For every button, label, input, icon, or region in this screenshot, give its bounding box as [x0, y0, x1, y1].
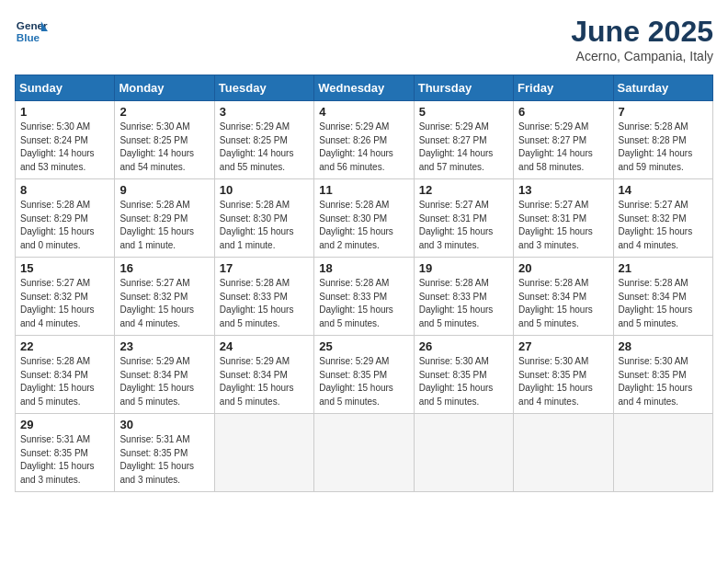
day-number: 15: [20, 261, 109, 275]
day-number: 23: [119, 339, 209, 353]
calendar-day-cell: 22Sunrise: 5:28 AMSunset: 8:34 PMDayligh…: [16, 336, 115, 414]
calendar-day-cell: 3Sunrise: 5:29 AMSunset: 8:25 PMDaylight…: [214, 101, 313, 179]
calendar-day-cell: 12Sunrise: 5:27 AMSunset: 8:31 PMDayligh…: [414, 179, 513, 258]
calendar-day-cell: [214, 414, 313, 492]
day-number: 29: [20, 418, 109, 431]
day-info: Sunrise: 5:28 AMSunset: 8:34 PMDaylight:…: [619, 277, 708, 330]
day-info: Sunrise: 5:28 AMSunset: 8:28 PMDaylight:…: [619, 121, 708, 174]
day-number: 27: [518, 339, 608, 353]
day-info: Sunrise: 5:28 AMSunset: 8:30 PMDaylight:…: [319, 199, 408, 252]
day-number: 22: [20, 339, 109, 353]
day-info: Sunrise: 5:30 AMSunset: 8:35 PMDaylight:…: [518, 355, 608, 408]
day-number: 2: [119, 105, 209, 119]
day-info: Sunrise: 5:27 AMSunset: 8:32 PMDaylight:…: [20, 277, 109, 330]
month-title: June 2025: [571, 15, 713, 49]
day-info: Sunrise: 5:28 AMSunset: 8:30 PMDaylight:…: [220, 199, 309, 252]
col-header-friday: Friday: [514, 75, 613, 101]
calendar-day-cell: 30Sunrise: 5:31 AMSunset: 8:35 PMDayligh…: [115, 414, 214, 492]
day-number: 1: [20, 105, 109, 119]
calendar-day-cell: [414, 414, 513, 492]
day-number: 18: [319, 261, 408, 275]
calendar-day-cell: 20Sunrise: 5:28 AMSunset: 8:34 PMDayligh…: [514, 258, 613, 336]
day-info: Sunrise: 5:27 AMSunset: 8:31 PMDaylight:…: [518, 199, 608, 252]
day-info: Sunrise: 5:28 AMSunset: 8:29 PMDaylight:…: [20, 199, 109, 252]
day-number: 12: [419, 183, 508, 197]
calendar-day-cell: 8Sunrise: 5:28 AMSunset: 8:29 PMDaylight…: [16, 179, 115, 258]
calendar-header-row: SundayMondayTuesdayWednesdayThursdayFrid…: [16, 75, 713, 101]
day-number: 25: [319, 339, 408, 353]
day-info: Sunrise: 5:30 AMSunset: 8:24 PMDaylight:…: [20, 121, 109, 174]
calendar-day-cell: 1Sunrise: 5:30 AMSunset: 8:24 PMDaylight…: [16, 101, 115, 179]
day-number: 3: [220, 105, 309, 119]
calendar-week-row: 8Sunrise: 5:28 AMSunset: 8:29 PMDaylight…: [16, 179, 713, 258]
calendar-week-row: 15Sunrise: 5:27 AMSunset: 8:32 PMDayligh…: [16, 258, 713, 336]
col-header-tuesday: Tuesday: [214, 75, 313, 101]
day-info: Sunrise: 5:28 AMSunset: 8:33 PMDaylight:…: [220, 277, 309, 330]
day-info: Sunrise: 5:30 AMSunset: 8:25 PMDaylight:…: [119, 121, 209, 174]
calendar-day-cell: 6Sunrise: 5:29 AMSunset: 8:27 PMDaylight…: [514, 101, 613, 179]
day-number: 28: [619, 339, 708, 353]
day-number: 5: [419, 105, 508, 119]
calendar-day-cell: 11Sunrise: 5:28 AMSunset: 8:30 PMDayligh…: [314, 179, 414, 258]
day-info: Sunrise: 5:29 AMSunset: 8:34 PMDaylight:…: [220, 355, 309, 408]
calendar-day-cell: 17Sunrise: 5:28 AMSunset: 8:33 PMDayligh…: [214, 258, 313, 336]
svg-text:Blue: Blue: [17, 31, 40, 43]
col-header-sunday: Sunday: [16, 75, 115, 101]
day-info: Sunrise: 5:28 AMSunset: 8:33 PMDaylight:…: [419, 277, 508, 330]
calendar-day-cell: 9Sunrise: 5:28 AMSunset: 8:29 PMDaylight…: [115, 179, 214, 258]
calendar-week-row: 22Sunrise: 5:28 AMSunset: 8:34 PMDayligh…: [16, 336, 713, 414]
location: Acerno, Campania, Italy: [571, 49, 713, 63]
day-info: Sunrise: 5:29 AMSunset: 8:27 PMDaylight:…: [419, 121, 508, 174]
calendar-day-cell: 16Sunrise: 5:27 AMSunset: 8:32 PMDayligh…: [115, 258, 214, 336]
day-info: Sunrise: 5:28 AMSunset: 8:34 PMDaylight:…: [518, 277, 608, 330]
day-info: Sunrise: 5:27 AMSunset: 8:32 PMDaylight:…: [619, 199, 708, 252]
calendar-day-cell: 18Sunrise: 5:28 AMSunset: 8:33 PMDayligh…: [314, 258, 414, 336]
day-info: Sunrise: 5:27 AMSunset: 8:31 PMDaylight:…: [419, 199, 508, 252]
day-info: Sunrise: 5:28 AMSunset: 8:34 PMDaylight:…: [20, 355, 109, 408]
calendar-day-cell: 28Sunrise: 5:30 AMSunset: 8:35 PMDayligh…: [613, 336, 712, 414]
day-info: Sunrise: 5:29 AMSunset: 8:34 PMDaylight:…: [119, 355, 209, 408]
calendar-day-cell: 14Sunrise: 5:27 AMSunset: 8:32 PMDayligh…: [613, 179, 712, 258]
calendar-week-row: 1Sunrise: 5:30 AMSunset: 8:24 PMDaylight…: [16, 101, 713, 179]
calendar-day-cell: 24Sunrise: 5:29 AMSunset: 8:34 PMDayligh…: [214, 336, 313, 414]
col-header-thursday: Thursday: [414, 75, 513, 101]
day-info: Sunrise: 5:29 AMSunset: 8:26 PMDaylight:…: [319, 121, 408, 174]
day-number: 7: [619, 105, 708, 119]
calendar-day-cell: 13Sunrise: 5:27 AMSunset: 8:31 PMDayligh…: [514, 179, 613, 258]
calendar-day-cell: 5Sunrise: 5:29 AMSunset: 8:27 PMDaylight…: [414, 101, 513, 179]
calendar-table: SundayMondayTuesdayWednesdayThursdayFrid…: [15, 75, 713, 492]
col-header-monday: Monday: [115, 75, 214, 101]
calendar-day-cell: 26Sunrise: 5:30 AMSunset: 8:35 PMDayligh…: [414, 336, 513, 414]
calendar-week-row: 29Sunrise: 5:31 AMSunset: 8:35 PMDayligh…: [16, 414, 713, 492]
day-info: Sunrise: 5:30 AMSunset: 8:35 PMDaylight:…: [619, 355, 708, 408]
calendar-day-cell: 27Sunrise: 5:30 AMSunset: 8:35 PMDayligh…: [514, 336, 613, 414]
day-info: Sunrise: 5:28 AMSunset: 8:29 PMDaylight:…: [119, 199, 209, 252]
day-info: Sunrise: 5:28 AMSunset: 8:33 PMDaylight:…: [319, 277, 408, 330]
day-number: 8: [20, 183, 109, 197]
col-header-wednesday: Wednesday: [314, 75, 414, 101]
day-number: 20: [518, 261, 608, 275]
day-info: Sunrise: 5:29 AMSunset: 8:25 PMDaylight:…: [220, 121, 309, 174]
calendar-day-cell: 25Sunrise: 5:29 AMSunset: 8:35 PMDayligh…: [314, 336, 414, 414]
calendar-day-cell: 2Sunrise: 5:30 AMSunset: 8:25 PMDaylight…: [115, 101, 214, 179]
day-number: 4: [319, 105, 408, 119]
day-info: Sunrise: 5:30 AMSunset: 8:35 PMDaylight:…: [419, 355, 508, 408]
day-number: 24: [220, 339, 309, 353]
calendar-day-cell: 23Sunrise: 5:29 AMSunset: 8:34 PMDayligh…: [115, 336, 214, 414]
day-info: Sunrise: 5:27 AMSunset: 8:32 PMDaylight:…: [119, 277, 209, 330]
day-number: 16: [119, 261, 209, 275]
day-number: 19: [419, 261, 508, 275]
day-info: Sunrise: 5:31 AMSunset: 8:35 PMDaylight:…: [119, 433, 209, 487]
day-info: Sunrise: 5:29 AMSunset: 8:27 PMDaylight:…: [518, 121, 608, 174]
calendar-day-cell: 29Sunrise: 5:31 AMSunset: 8:35 PMDayligh…: [16, 414, 115, 492]
day-number: 9: [119, 183, 209, 197]
day-number: 13: [518, 183, 608, 197]
calendar-day-cell: 21Sunrise: 5:28 AMSunset: 8:34 PMDayligh…: [613, 258, 712, 336]
logo-icon: General Blue: [15, 15, 48, 48]
day-number: 6: [518, 105, 608, 119]
day-number: 21: [619, 261, 708, 275]
calendar-day-cell: [514, 414, 613, 492]
day-number: 10: [220, 183, 309, 197]
day-number: 26: [419, 339, 508, 353]
day-number: 11: [319, 183, 408, 197]
